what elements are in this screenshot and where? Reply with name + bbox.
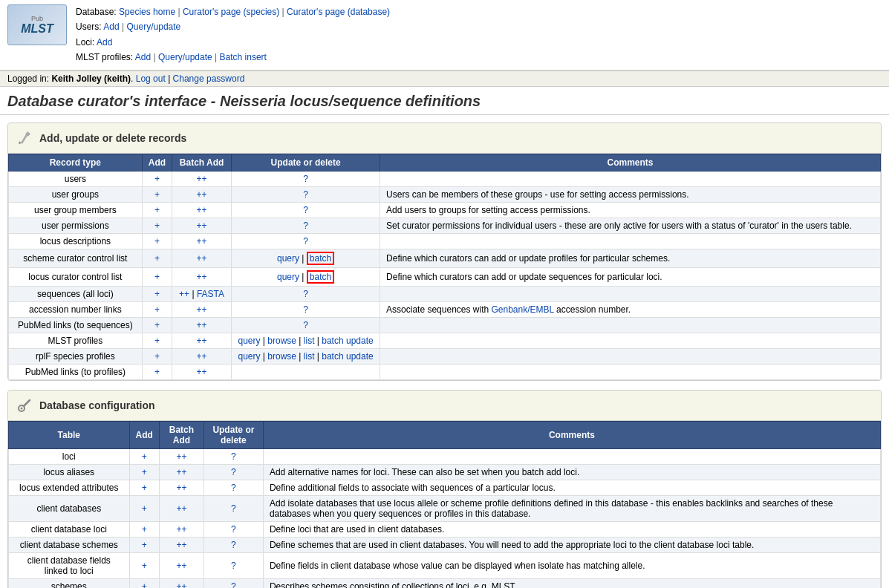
add-cell[interactable]: + xyxy=(142,171,172,186)
batch-add-cell[interactable]: ++ xyxy=(159,537,203,552)
curator-species-link[interactable]: Curator's page (species) xyxy=(183,7,279,17)
add-cell[interactable]: + xyxy=(129,480,159,495)
update-delete-cell[interactable]: ? xyxy=(203,537,263,552)
batch-add-cell[interactable]: ++ xyxy=(172,348,232,364)
update-delete-cell[interactable]: ? xyxy=(203,521,263,537)
svg-line-4 xyxy=(24,400,30,406)
change-password-link[interactable]: Change password xyxy=(173,74,245,84)
add-cell[interactable]: + xyxy=(142,218,172,233)
add-cell[interactable]: + xyxy=(142,186,172,202)
record-name: sequences (all loci) xyxy=(9,286,143,301)
add-cell[interactable]: + xyxy=(129,495,159,521)
add-cell[interactable]: + xyxy=(142,333,172,348)
logout-link[interactable]: Log out xyxy=(136,74,166,84)
add-cell[interactable]: + xyxy=(129,552,159,578)
col-batch-add: Batch Add xyxy=(172,154,232,171)
update-delete-cell[interactable] xyxy=(232,364,380,379)
update-delete-cell[interactable]: query | batch xyxy=(232,249,380,267)
users-label: Users: xyxy=(76,22,102,32)
update-delete-cell[interactable]: query | batch xyxy=(232,267,380,286)
add-cell[interactable]: + xyxy=(142,202,172,218)
update-delete-cell[interactable]: ? xyxy=(232,218,380,233)
update-delete-cell[interactable]: ? xyxy=(232,202,380,218)
batch-add-cell[interactable]: ++ xyxy=(159,521,203,537)
batch-add-cell[interactable]: ++ xyxy=(159,495,203,521)
batch-add-cell[interactable]: ++ xyxy=(159,448,203,464)
update-delete-cell[interactable]: ? xyxy=(232,171,380,186)
update-delete-cell[interactable]: ? xyxy=(203,464,263,480)
comment-cell: Define schemes that are used in client d… xyxy=(263,537,880,552)
update-delete-cell[interactable]: ? xyxy=(232,286,380,301)
table-name: client database loci xyxy=(9,521,130,537)
add-cell[interactable]: + xyxy=(142,301,172,317)
logo: Pub MLST xyxy=(7,4,67,45)
table-row: loci+++? xyxy=(9,448,881,464)
comment-cell: Users can be members of these groups - u… xyxy=(380,186,881,202)
batch-add-cell[interactable]: ++ xyxy=(172,186,232,202)
curator-database-link[interactable]: Curator's page (database) xyxy=(287,7,390,17)
col-batch-add2: Batch Add xyxy=(159,421,203,448)
loci-add-link[interactable]: Add xyxy=(97,37,112,48)
update-delete-cell[interactable]: query | browse | list | batch update xyxy=(232,348,380,364)
record-name: locus descriptions xyxy=(9,233,143,249)
update-delete-cell[interactable]: ? xyxy=(232,301,380,317)
add-cell[interactable]: + xyxy=(129,537,159,552)
add-cell[interactable]: + xyxy=(129,464,159,480)
batch-add-cell[interactable]: ++ xyxy=(172,233,232,249)
record-name: user groups xyxy=(9,186,143,202)
add-cell[interactable]: + xyxy=(142,249,172,267)
db-config-title: Database configuration xyxy=(39,399,155,411)
db-config-section: Database configuration Table Add Batch A… xyxy=(7,390,882,588)
update-delete-cell[interactable]: ? xyxy=(203,552,263,578)
batch-add-cell[interactable]: ++ xyxy=(172,249,232,267)
mlst-batch-link[interactable]: Batch insert xyxy=(220,52,267,62)
add-cell[interactable]: + xyxy=(129,578,159,588)
batch-add-cell[interactable]: ++ xyxy=(172,317,232,333)
batch-add-cell[interactable]: ++ xyxy=(159,552,203,578)
batch-add-cell[interactable]: ++ xyxy=(172,171,232,186)
update-delete-cell[interactable]: ? xyxy=(203,480,263,495)
update-delete-cell[interactable]: ? xyxy=(203,495,263,521)
batch-add-cell[interactable]: ++ xyxy=(172,218,232,233)
update-delete-cell[interactable]: ? xyxy=(203,578,263,588)
add-update-title: Add, update or delete records xyxy=(39,132,186,144)
batch-add-cell[interactable]: ++ xyxy=(159,464,203,480)
batch-add-cell[interactable]: ++ xyxy=(159,578,203,588)
record-name: user permissions xyxy=(9,218,143,233)
add-cell[interactable]: + xyxy=(142,233,172,249)
table-name: client databases xyxy=(9,495,130,521)
add-cell[interactable]: + xyxy=(142,286,172,301)
update-delete-cell[interactable]: ? xyxy=(232,233,380,249)
mlst-query-link[interactable]: Query/update xyxy=(158,52,212,62)
species-home-link[interactable]: Species home xyxy=(119,7,175,17)
batch-add-cell[interactable]: ++ xyxy=(172,333,232,348)
batch-add-cell[interactable]: ++ xyxy=(172,267,232,286)
mlst-add-link[interactable]: Add xyxy=(135,52,151,62)
batch-add-cell[interactable]: ++ xyxy=(172,301,232,317)
update-delete-cell[interactable]: query | browse | list | batch update xyxy=(232,333,380,348)
batch-add-cell[interactable]: ++ | FASTA xyxy=(172,286,232,301)
comment-cell xyxy=(380,364,881,379)
update-delete-cell[interactable]: ? xyxy=(232,186,380,202)
table-row: client databases+++?Add isolate database… xyxy=(9,495,881,521)
add-cell[interactable]: + xyxy=(142,267,172,286)
batch-add-cell[interactable]: ++ xyxy=(172,364,232,379)
add-cell[interactable]: + xyxy=(129,521,159,537)
batch-add-cell[interactable]: ++ xyxy=(159,480,203,495)
comment-cell xyxy=(380,233,881,249)
comment-cell xyxy=(380,171,881,186)
add-cell[interactable]: + xyxy=(142,348,172,364)
update-delete-cell[interactable]: ? xyxy=(232,317,380,333)
users-query-link[interactable]: Query/update xyxy=(127,22,181,32)
mlst-label: MLST profiles: xyxy=(76,52,133,62)
table-name: client database fields linked to loci xyxy=(9,552,130,578)
record-name: PubMed links (to profiles) xyxy=(9,364,143,379)
comment-cell: Add alternative names for loci. These ca… xyxy=(263,464,880,480)
add-cell[interactable]: + xyxy=(142,317,172,333)
batch-add-cell[interactable]: ++ xyxy=(172,202,232,218)
add-cell[interactable]: + xyxy=(142,364,172,379)
update-delete-cell[interactable]: ? xyxy=(203,448,263,464)
add-cell[interactable]: + xyxy=(129,448,159,464)
users-add-link[interactable]: Add xyxy=(103,22,119,32)
record-name: PubMed links (to sequences) xyxy=(9,317,143,333)
